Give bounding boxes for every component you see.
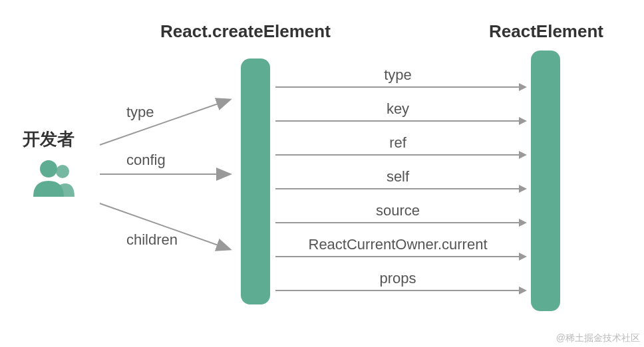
mid-arrow-label-owner: ReactCurrentOwner.current bbox=[275, 236, 520, 253]
left-arrow-label-config: config bbox=[126, 152, 166, 169]
mid-arrow-label-ref: ref bbox=[275, 134, 520, 152]
mid-arrow-line-2 bbox=[275, 154, 520, 156]
mid-arrow-head-0 bbox=[519, 83, 527, 91]
mid-arrow-head-1 bbox=[519, 117, 527, 125]
mid-arrow-line-3 bbox=[275, 188, 520, 189]
mid-arrow-label-type: type bbox=[275, 66, 520, 84]
mid-arrow-head-4 bbox=[519, 219, 527, 227]
left-arrow-label-type: type bbox=[126, 104, 154, 121]
mid-arrow-label-key: key bbox=[275, 100, 520, 118]
mid-arrow-head-6 bbox=[519, 287, 527, 294]
react-element-bar bbox=[531, 51, 560, 311]
mid-arrow-label-source: source bbox=[275, 202, 520, 219]
mid-arrow-line-6 bbox=[275, 290, 520, 291]
mid-arrow-line-0 bbox=[275, 86, 520, 88]
mid-arrow-line-1 bbox=[275, 120, 520, 122]
left-arrow-label-children: children bbox=[126, 231, 178, 249]
mid-arrow-label-props: props bbox=[275, 270, 520, 287]
mid-arrow-head-3 bbox=[519, 185, 527, 193]
watermark-text: @稀土掘金技术社区 bbox=[556, 332, 640, 344]
mid-arrow-line-4 bbox=[275, 222, 520, 223]
svg-line-2 bbox=[100, 100, 230, 145]
mid-arrow-line-5 bbox=[275, 256, 520, 257]
mid-arrow-head-5 bbox=[519, 253, 527, 261]
mid-arrow-head-2 bbox=[519, 151, 527, 159]
mid-arrow-label-self: self bbox=[275, 168, 520, 185]
create-element-bar bbox=[241, 58, 270, 304]
